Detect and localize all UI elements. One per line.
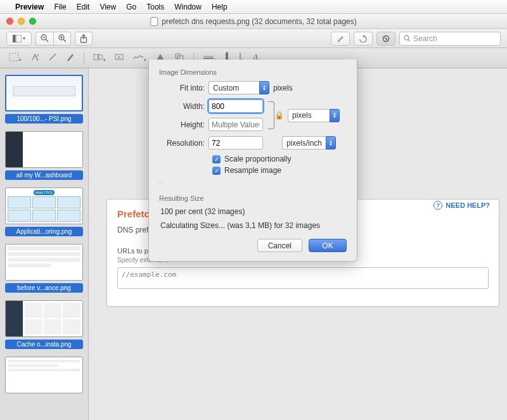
resolution-input[interactable]	[209, 136, 263, 150]
menubar-help[interactable]: Help	[212, 3, 228, 11]
stepper-icon: ▲▼	[259, 81, 269, 94]
menubar-go[interactable]: Go	[126, 3, 136, 11]
text-tool-icon[interactable]: A	[115, 53, 124, 63]
svg-text:A: A	[117, 54, 121, 60]
dialog-section-dimensions: Image Dimensions	[159, 68, 347, 76]
menubar-file[interactable]: File	[54, 3, 66, 11]
share-button[interactable]	[75, 32, 93, 46]
width-input[interactable]	[209, 99, 263, 113]
fit-into-value: Custom	[209, 81, 259, 94]
menubar-view[interactable]: View	[99, 3, 116, 11]
sidebar-thumb-caption: Cache o...insta.png	[5, 340, 83, 349]
adjust-size-dialog: Image Dimensions Fit into: Custom ▲▼ pix…	[148, 60, 357, 262]
need-help-label: NEED HELP?	[446, 201, 490, 209]
height-label: Height:	[159, 120, 209, 129]
svg-point-17	[98, 54, 103, 60]
sidebar-thumb[interactable]	[5, 357, 83, 393]
menubar-tools[interactable]: Tools	[146, 3, 164, 11]
svg-rect-14	[10, 53, 18, 61]
sidebar-thumb-caption: all my W...ashboard	[5, 170, 83, 180]
svg-line-6	[63, 39, 66, 42]
checkmark-icon: ✓	[212, 155, 221, 163]
minimize-window-button[interactable]	[18, 18, 25, 25]
resolution-label: Resolution:	[159, 139, 209, 148]
sidebar-thumb-caption: Applicati...oring.png	[5, 227, 83, 236]
window-title: prefetch dns requests.png (32 documents,…	[150, 17, 357, 26]
sidebar-view-button[interactable]: ▾	[6, 32, 32, 46]
window-title-text: prefetch dns requests.png (32 documents,…	[162, 17, 357, 26]
fit-into-unit: pixels	[273, 84, 293, 92]
document-icon	[150, 17, 158, 26]
scale-proportionally-checkbox[interactable]: ✓ Scale proportionally	[212, 155, 347, 163]
separator	[157, 181, 164, 188]
search-icon	[404, 35, 411, 42]
scale-proportionally-label: Scale proportionally	[224, 155, 291, 163]
sidebar-thumb[interactable]: Cache o...insta.png	[5, 300, 83, 349]
close-window-button[interactable]	[6, 18, 13, 25]
highlight-tool-button[interactable]	[331, 32, 350, 46]
search-field[interactable]: Search	[399, 32, 501, 46]
svg-line-3	[46, 39, 48, 42]
fit-into-select[interactable]: Custom ▲▼	[209, 81, 269, 94]
doc-textarea: //example.com	[117, 267, 489, 289]
svg-rect-1	[16, 35, 22, 42]
svg-point-12	[404, 35, 409, 40]
lock-icon[interactable]: 🔒	[274, 111, 284, 120]
resample-image-label: Resample image	[224, 166, 281, 175]
window-titlebar: prefetch dns requests.png (32 documents,…	[0, 14, 507, 29]
resulting-size-line1: 100 per cent (32 images)	[160, 207, 345, 216]
menubar-app-name[interactable]: Preview	[15, 3, 44, 11]
ok-button[interactable]: OK	[309, 239, 347, 252]
sign-tool-icon[interactable]: ▾	[132, 53, 146, 63]
wh-unit-select[interactable]: pixels ▲▼	[288, 109, 340, 122]
zoom-window-button[interactable]	[29, 18, 36, 25]
resolution-unit-value: pixels/inch	[282, 136, 326, 150]
selection-tool-icon[interactable]: ▾	[9, 53, 22, 63]
width-label: Width:	[159, 102, 209, 111]
resulting-size-line2: Calculating Sizes... (was 3,1 MB) for 32…	[160, 221, 345, 230]
link-bracket	[268, 101, 274, 129]
svg-point-15	[37, 59, 39, 61]
help-icon: ?	[433, 201, 442, 210]
dialog-section-resulting: Resulting Size	[159, 194, 347, 202]
checkmark-icon: ✓	[212, 167, 221, 175]
svg-line-13	[408, 39, 410, 41]
rotate-button[interactable]	[354, 32, 373, 46]
sidebar-thumb[interactable]: all my W...ashboard	[5, 131, 83, 180]
sketch-tool-icon[interactable]	[48, 53, 57, 63]
zoom-out-button[interactable]	[35, 32, 53, 46]
stepper-icon: ▲▼	[326, 136, 336, 150]
cancel-button[interactable]: Cancel	[257, 239, 302, 252]
fit-into-label: Fit into:	[159, 84, 209, 92]
instant-alpha-icon[interactable]	[30, 53, 39, 63]
draw-tool-icon[interactable]	[66, 53, 75, 63]
menubar-window[interactable]: Window	[174, 3, 202, 11]
sidebar-thumb-caption: 100/100...- PSI.png	[5, 114, 83, 124]
thumbnail-sidebar[interactable]: 100/100...- PSI.png all my W...ashboard …	[0, 68, 89, 420]
sidebar-thumb[interactable]: 100/100...- PSI.png	[5, 75, 83, 124]
menubar-edit[interactable]: Edit	[77, 3, 90, 11]
traffic-lights	[0, 18, 36, 25]
sidebar-thumb[interactable]: before v...ance.png	[5, 244, 83, 293]
system-menubar: Preview File Edit View Go Tools Window H…	[0, 0, 507, 14]
need-help-link[interactable]: ? NEED HELP?	[433, 201, 490, 210]
svg-rect-0	[13, 35, 15, 42]
stepper-icon: ▲▼	[330, 109, 340, 122]
height-input[interactable]	[209, 118, 263, 131]
markup-toolbar-button[interactable]	[376, 32, 395, 46]
zoom-in-button[interactable]	[53, 32, 71, 46]
toolbar-primary: ▾ Search	[0, 29, 507, 48]
wh-unit-value: pixels	[288, 109, 330, 122]
resolution-unit-select[interactable]: pixels/inch ▲▼	[282, 136, 336, 150]
shapes-tool-icon[interactable]: ▾	[93, 53, 106, 63]
sidebar-thumb-caption: before v...ance.png	[5, 283, 83, 293]
resample-image-checkbox[interactable]: ✓ Resample image	[212, 166, 347, 175]
separator	[84, 53, 84, 64]
sidebar-thumb[interactable]: ANALYTICS Applicati...oring.png	[5, 188, 83, 236]
search-placeholder: Search	[413, 34, 437, 43]
